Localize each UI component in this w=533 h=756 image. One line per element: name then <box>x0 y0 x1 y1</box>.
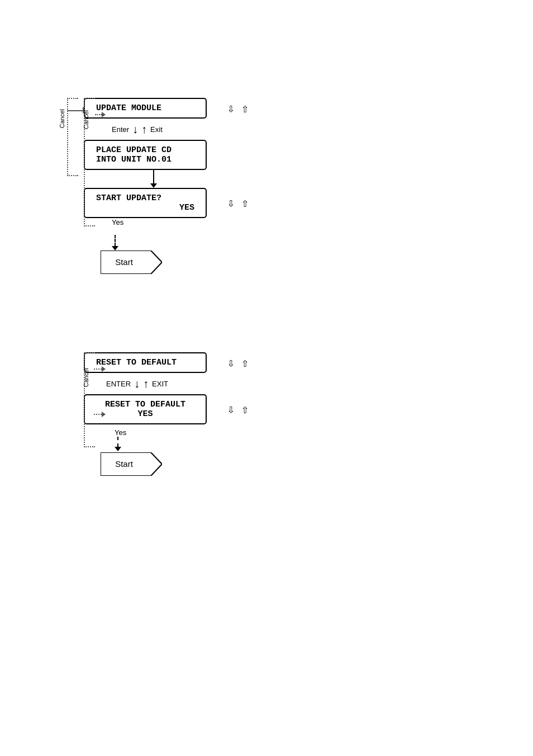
start-terminal-1: Start <box>101 251 207 277</box>
box3: START UPDATE? YES <box>84 188 207 218</box>
nav-down-icon-2b[interactable]: ⇩ <box>227 402 235 417</box>
enter-label-2: ENTER <box>106 380 131 388</box>
svg-text:Start: Start <box>115 257 134 267</box>
exit-label-1: Exit <box>150 125 163 134</box>
up-arrow-icon-2: ↑ <box>143 378 149 389</box>
nav-up-icon-2a[interactable]: ⇧ <box>241 355 249 370</box>
down-arrow-icon-1: ↓ <box>132 124 138 135</box>
down-arrow-icon-2: ↓ <box>134 378 140 389</box>
yes-label-1: Yes <box>112 218 123 226</box>
up-arrow-icon-1: ↑ <box>141 124 147 135</box>
enter-label-1: Enter <box>112 125 129 134</box>
yes-label-2: Yes <box>115 428 126 437</box>
nav-up-icon-1b[interactable]: ⇧ <box>241 196 249 211</box>
nav-down-icon-2a[interactable]: ⇩ <box>227 355 235 370</box>
cancel-bracket-2 <box>84 352 95 447</box>
nav-up-icon-2b[interactable]: ⇧ <box>241 402 249 417</box>
nav-up-icon-1a[interactable]: ⇧ <box>241 101 249 116</box>
box2: PLACE UPDATE CD INTO UNIT NO.01 <box>84 140 207 170</box>
cancel-label-1: Cancel <box>59 109 65 128</box>
nav-down-icon-1a[interactable]: ⇩ <box>227 101 235 116</box>
svg-text:Start: Start <box>115 459 134 469</box>
nav-down-icon-1b[interactable]: ⇩ <box>227 196 235 211</box>
cancel-label-text-1: Cancel <box>83 110 89 129</box>
start-terminal-2: Start <box>101 452 207 479</box>
cancel-label-text-2: Cancel <box>83 368 89 387</box>
exit-label-2: EXIT <box>152 380 168 388</box>
box2-d2: RESET TO DEFAULT YES <box>84 394 207 424</box>
